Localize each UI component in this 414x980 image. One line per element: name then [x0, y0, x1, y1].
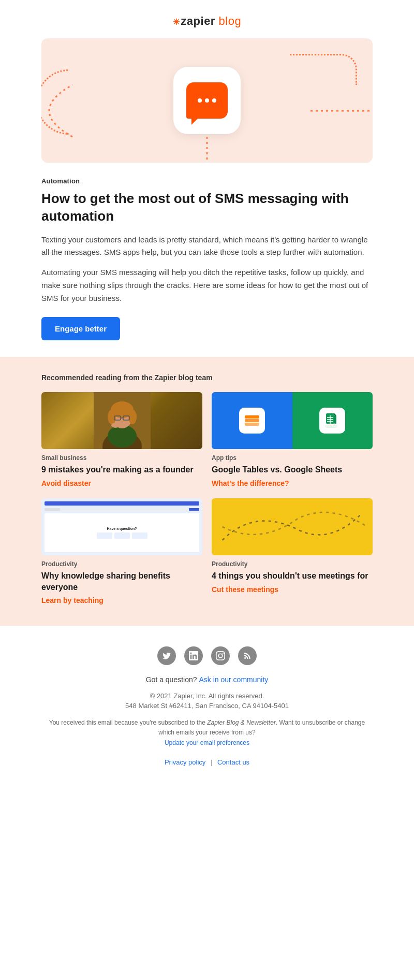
svg-rect-14: [245, 423, 259, 426]
card-link-1[interactable]: Avoid disaster: [41, 479, 91, 487]
footer-address: 548 Market St #62411, San Francisco, CA …: [41, 702, 373, 710]
main-article: Automation How to get the most out of SM…: [0, 163, 414, 357]
logo-star-icon: ✳: [173, 17, 180, 27]
community-btn-1: [97, 532, 112, 539]
footer-question: Got a question? Ask in our community: [41, 675, 373, 684]
logo-zapier-text: zapier: [181, 15, 215, 27]
engage-better-button[interactable]: Engage better: [41, 317, 120, 340]
footer-subscription: You received this email because you're s…: [41, 718, 373, 748]
chat-dot-3: [212, 98, 216, 103]
dotted-decoration-bottom: [202, 132, 212, 163]
dotted-decoration-top-right: [290, 54, 357, 85]
svg-rect-18: [327, 413, 334, 415]
card-image-community: Have a question?: [41, 498, 202, 555]
linkedin-icon: [189, 651, 198, 660]
community-action-buttons: [97, 532, 147, 539]
community-btn-3: [132, 532, 147, 539]
community-content-area: Have a question?: [45, 513, 199, 552]
rss-link[interactable]: [238, 646, 257, 665]
card-title-2: Google Tables vs. Google Sheets: [212, 464, 373, 475]
community-nav-bar: [45, 501, 199, 506]
card-category-1: Small business: [41, 454, 202, 462]
yellow-dotted-paths: [212, 498, 373, 555]
footer-legal-links: Privacy policy | Contact us: [41, 758, 373, 766]
recommended-section: Recommended reading from the Zapier blog…: [0, 357, 414, 626]
card-image-person: [41, 392, 202, 449]
card-title-1: 9 mistakes you're making as a founder: [41, 464, 202, 475]
card-title-4: 4 things you shouldn't use meetings for: [212, 570, 373, 582]
card-knowledge-sharing: Have a question? Productivity Why knowle…: [41, 498, 202, 605]
rss-icon: [243, 651, 252, 660]
card-image-yellow: [212, 498, 373, 555]
sms-app-icon: [173, 67, 241, 134]
instagram-icon: [216, 651, 225, 660]
article-category: Automation: [41, 177, 373, 185]
footer-copyright: © 2021 Zapier, Inc. All rights reserved.: [41, 692, 373, 700]
apps-icons: [212, 392, 373, 449]
card-link-4[interactable]: Cut these meetings: [212, 585, 278, 594]
article-paragraph-1: Texting your customers and leads is pret…: [41, 234, 373, 260]
article-body: Texting your customers and leads is pret…: [41, 234, 373, 305]
email-preferences-link[interactable]: Update your email preferences: [165, 739, 249, 746]
svg-rect-20: [334, 415, 336, 424]
privacy-policy-link[interactable]: Privacy policy: [165, 758, 205, 766]
yellow-bg: [212, 498, 373, 555]
google-tables-icon: [212, 392, 292, 449]
card-category-3: Productivity: [41, 560, 202, 568]
card-founder-mistakes: Small business 9 mistakes you're making …: [41, 392, 202, 488]
community-link[interactable]: Ask in our community: [199, 675, 268, 684]
site-footer: Got a question? Ask in our community © 2…: [0, 626, 414, 782]
contact-us-link[interactable]: Contact us: [217, 758, 249, 766]
card-link-2[interactable]: What's the difference?: [212, 479, 289, 487]
logo: ✳zapier blog: [10, 15, 404, 28]
card-meetings: Productivity 4 things you shouldn't use …: [212, 498, 373, 605]
svg-point-13: [111, 423, 120, 428]
recommended-title: Recommended reading from the Zapier blog…: [41, 373, 373, 382]
linkedin-link[interactable]: [184, 646, 203, 665]
logo-blog-text: blog: [219, 15, 242, 27]
chat-bubble-icon: [186, 82, 228, 119]
svg-rect-15: [245, 419, 259, 422]
hero-image: [41, 38, 373, 163]
footer-links-separator: |: [211, 758, 214, 766]
community-btn-2: [114, 532, 130, 539]
card-category-4: Productivity: [212, 560, 373, 568]
svg-marker-19: [334, 413, 336, 415]
person-illustration: [94, 392, 151, 449]
tables-icon-inner: [239, 408, 265, 434]
card-google-apps: App tips Google Tables vs. Google Sheets…: [212, 392, 373, 488]
chat-dot-2: [205, 98, 209, 103]
dotted-decoration-left: [41, 59, 124, 142]
site-header: ✳zapier blog: [0, 0, 414, 38]
sheets-grid-icon: [323, 411, 342, 430]
article-paragraph-2: Automating your SMS messaging will help …: [41, 266, 373, 305]
svg-rect-25: [326, 425, 337, 428]
social-links: [41, 646, 373, 665]
card-title-3: Why knowledge sharing benefits everyone: [41, 570, 202, 593]
chat-dot-1: [198, 98, 202, 103]
twitter-link[interactable]: [157, 646, 176, 665]
sheets-icon-inner: [319, 408, 345, 434]
svg-rect-16: [245, 415, 259, 419]
twitter-icon: [162, 651, 171, 660]
instagram-link[interactable]: [211, 646, 230, 665]
article-title: How to get the most out of SMS messaging…: [41, 190, 373, 225]
google-sheets-icon: [292, 392, 373, 449]
card-image-apps: [212, 392, 373, 449]
dotted-decoration-right: [310, 106, 373, 116]
tables-layers-icon: [243, 411, 261, 430]
cards-grid: Small business 9 mistakes you're making …: [41, 392, 373, 605]
card-link-3[interactable]: Learn by teaching: [41, 596, 103, 604]
community-screenshot: Have a question?: [41, 498, 202, 555]
card-category-2: App tips: [212, 454, 373, 462]
person-photo: [41, 392, 202, 449]
community-question-text: Have a question?: [107, 527, 137, 530]
